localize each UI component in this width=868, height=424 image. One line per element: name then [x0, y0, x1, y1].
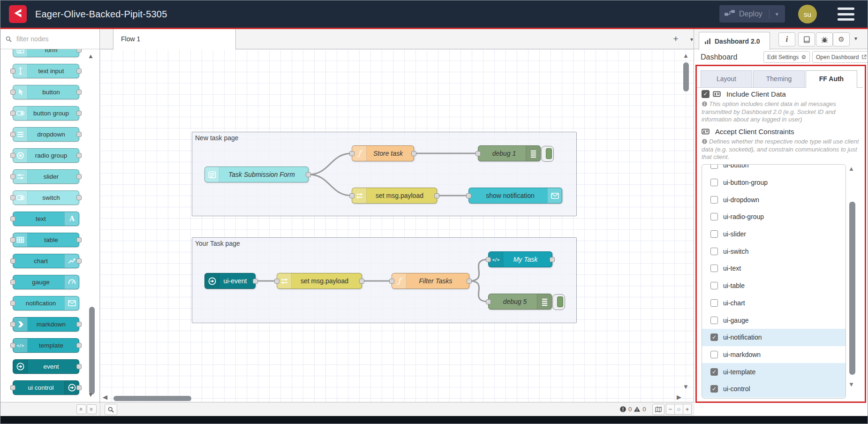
constraint-row-ui-gauge[interactable]: ui-gauge: [702, 311, 845, 329]
flow-node-set-msg-payload[interactable]: set msg.payload: [277, 273, 362, 289]
palette-node-button-group[interactable]: button group: [13, 106, 79, 121]
constraint-checkbox[interactable]: [710, 196, 718, 204]
palette-expand-all-button[interactable]: »: [87, 404, 97, 414]
node-input-port[interactable]: [10, 301, 15, 306]
node-input-port[interactable]: [10, 237, 15, 242]
node-input-port[interactable]: [486, 299, 491, 304]
node-output-port[interactable]: [76, 343, 82, 348]
constraint-row-ui-button[interactable]: ui-button: [702, 164, 845, 174]
flow-node-show-notification[interactable]: show notification: [468, 188, 562, 204]
flow-node-Task-Submission-Form[interactable]: Task Submission Form: [204, 167, 309, 182]
list-scrollbar-thumb[interactable]: [849, 202, 855, 375]
node-output-port[interactable]: [76, 49, 82, 53]
palette-node-text-input[interactable]: text input: [13, 64, 79, 78]
avatar[interactable]: su: [798, 5, 817, 23]
palette-node-event[interactable]: event: [13, 359, 79, 374]
constraint-row-ui-table[interactable]: ui-table: [702, 277, 845, 295]
node-output-port[interactable]: [76, 132, 82, 137]
palette-node-button[interactable]: button: [13, 85, 79, 99]
settings-tab-FF-Auth[interactable]: FF Auth: [806, 70, 857, 88]
include-client-data-checkbox[interactable]: [702, 90, 709, 98]
palette-scroll-down-icon[interactable]: ▼: [88, 391, 94, 398]
flow-node-My-Task[interactable]: </>My Task: [488, 251, 552, 267]
node-output-port[interactable]: [76, 174, 82, 179]
node-input-port[interactable]: [10, 322, 15, 327]
node-output-port[interactable]: [306, 172, 311, 177]
node-input-port[interactable]: [10, 343, 15, 348]
flow-node-Filter-Tasks[interactable]: ƒFilter Tasks: [392, 273, 469, 289]
node-output-port[interactable]: [76, 322, 82, 327]
zoom-out-button[interactable]: −: [666, 404, 675, 415]
flow-node-debug-1[interactable]: debug 1: [478, 145, 541, 161]
sidebar-debug-button[interactable]: [816, 32, 833, 46]
node-input-port[interactable]: [10, 90, 15, 95]
constraint-row-ui-slider[interactable]: ui-slider: [702, 226, 845, 243]
node-input-port[interactable]: [10, 68, 15, 74]
constraint-row-ui-text[interactable]: ui-text: [702, 260, 845, 277]
constraint-checkbox[interactable]: [710, 230, 718, 238]
node-input-port[interactable]: [274, 279, 279, 284]
constraint-checkbox[interactable]: [710, 368, 718, 376]
node-input-port[interactable]: [349, 193, 355, 198]
constraint-row-ui-switch[interactable]: ui-switch: [702, 242, 845, 260]
constraint-checkbox[interactable]: [710, 385, 718, 393]
node-input-port[interactable]: [486, 257, 491, 262]
sidebar-config-button[interactable]: ⚙: [833, 32, 850, 46]
constraint-checkbox[interactable]: [710, 317, 718, 324]
node-output-port[interactable]: [76, 237, 82, 242]
node-input-port[interactable]: [10, 385, 15, 390]
list-scroll-down-icon[interactable]: ▼: [848, 381, 854, 388]
constraint-row-ui-chart[interactable]: ui-chart: [702, 295, 845, 312]
node-output-port[interactable]: [76, 68, 82, 74]
node-input-port[interactable]: [10, 132, 15, 137]
flow-node-debug-5[interactable]: debug 5: [488, 294, 552, 310]
node-input-port[interactable]: [10, 195, 15, 200]
palette-node-table[interactable]: table: [13, 233, 79, 247]
sidebar-info-button[interactable]: i: [778, 32, 795, 46]
canvas-vertical-scrollbar-thumb[interactable]: [683, 62, 689, 91]
node-input-port[interactable]: [10, 153, 15, 158]
node-input-port[interactable]: [10, 174, 15, 179]
canvas-scroll-up-icon[interactable]: ▲: [683, 52, 689, 59]
constraint-row-ui-radio-group[interactable]: ui-radio-group: [702, 208, 845, 226]
canvas-zoom-search-button[interactable]: [105, 404, 117, 415]
palette-node-slider[interactable]: slider: [13, 169, 79, 184]
node-output-port[interactable]: [411, 151, 416, 156]
zoom-reset-button[interactable]: ○: [674, 404, 683, 415]
node-input-port[interactable]: [10, 216, 15, 221]
zoom-in-button[interactable]: +: [683, 404, 692, 415]
palette-node-dropdown[interactable]: dropdown: [13, 127, 79, 142]
constraint-checkbox[interactable]: [710, 179, 718, 186]
palette-node-markdown[interactable]: markdown: [13, 317, 79, 332]
constraint-checkbox[interactable]: [710, 351, 718, 358]
toggle-navigator-button[interactable]: [652, 404, 664, 415]
settings-tab-Theming[interactable]: Theming: [753, 70, 805, 88]
node-output-port[interactable]: [76, 195, 82, 200]
node-input-port[interactable]: [349, 151, 355, 156]
node-output-port[interactable]: [253, 279, 258, 284]
palette-node-chart[interactable]: chart: [13, 254, 79, 268]
palette-node-switch[interactable]: switch: [13, 190, 79, 205]
constraint-row-ui-template[interactable]: ui-template: [702, 363, 845, 380]
palette-collapse-all-button[interactable]: «: [76, 404, 86, 414]
constraint-checkbox[interactable]: [710, 265, 718, 272]
deploy-options-caret-icon[interactable]: ▾: [776, 11, 778, 17]
canvas-scroll-down-icon[interactable]: ▼: [683, 383, 689, 390]
constraint-row-ui-dropdown[interactable]: ui-dropdown: [702, 191, 845, 208]
constraint-row-ui-control[interactable]: ui-control: [702, 380, 845, 398]
main-menu-button[interactable]: [838, 8, 854, 21]
canvas-horizontal-scrollbar-thumb[interactable]: [113, 396, 191, 401]
palette-node-template[interactable]: </>template: [13, 338, 79, 353]
node-input-port[interactable]: [389, 279, 394, 284]
palette-node-ui-control[interactable]: ui control: [13, 380, 79, 395]
edit-settings-button[interactable]: Edit Settings ⚙: [763, 51, 810, 63]
constraint-checkbox[interactable]: [710, 282, 718, 289]
debug-toggle-button[interactable]: [541, 146, 554, 162]
settings-tab-Layout[interactable]: Layout: [701, 70, 752, 88]
debug-toggle-button[interactable]: [552, 294, 565, 310]
node-output-port[interactable]: [76, 111, 82, 116]
palette-node-text[interactable]: Atext: [13, 212, 79, 226]
palette-scroll-up-icon[interactable]: ▲: [88, 53, 94, 60]
node-input-port[interactable]: [10, 258, 15, 264]
add-flow-button[interactable]: +: [670, 33, 681, 45]
